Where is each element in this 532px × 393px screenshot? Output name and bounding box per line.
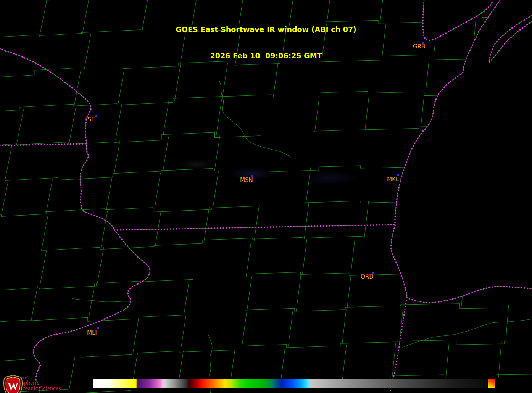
station-ord: ORD	[361, 274, 374, 280]
station-label: MSN	[240, 177, 253, 184]
satellite-image-viewport: GOES East Shortwave IR window (ABI ch 07…	[0, 0, 532, 393]
title-line-2: 2026 Feb 10 09:06:25 GMT	[0, 52, 532, 60]
temperature-colorbar	[93, 379, 487, 388]
station-dot	[372, 272, 374, 274]
station-dot	[397, 174, 399, 176]
station-label: MKE	[387, 176, 399, 183]
station-dot	[95, 115, 97, 117]
station-dot	[97, 327, 99, 329]
station-label: LSE	[84, 116, 95, 123]
station-label: MLI	[87, 329, 97, 336]
station-grb: GRB	[413, 44, 425, 50]
image-title: GOES East Shortwave IR window (ABI ch 07…	[0, 8, 532, 78]
title-line-1: GOES East Shortwave IR window (ABI ch 07…	[0, 25, 532, 34]
station-msn: MSN	[240, 177, 253, 183]
crest-monogram: W	[8, 380, 18, 392]
station-mke: MKE	[387, 177, 399, 182]
station-mli: MLI	[87, 330, 97, 336]
temperature-colorbar-endcap	[488, 379, 495, 388]
station-label: ORD	[361, 273, 374, 280]
station-dot	[422, 42, 424, 44]
station-lse: LSE	[84, 117, 95, 122]
station-dot	[251, 175, 253, 177]
uw-crest-icon: W	[2, 374, 24, 393]
uw-aos-logo: W Department of Atmospheric and Oceanic …	[2, 374, 61, 391]
